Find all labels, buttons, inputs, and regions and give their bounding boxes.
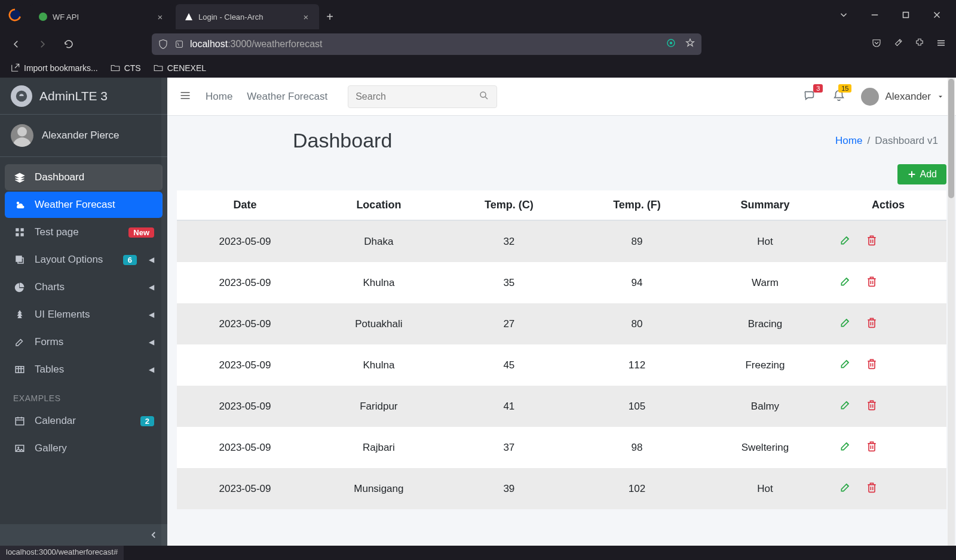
table-cell: 32 (445, 220, 574, 262)
delete-icon[interactable] (866, 316, 878, 331)
delete-icon[interactable] (866, 234, 878, 249)
tab-login-cleanarch[interactable]: Login - Clean-Arch × (176, 4, 319, 29)
notifications-icon[interactable]: 15 (832, 89, 845, 104)
edit-icon[interactable] (839, 316, 851, 331)
shield-icon[interactable] (158, 39, 168, 50)
firefox-icon[interactable] (0, 8, 30, 21)
search-box[interactable] (348, 85, 497, 108)
sidebar-item-tables[interactable]: Tables ◀ (5, 356, 163, 383)
delete-icon[interactable] (866, 275, 878, 290)
pocket-icon[interactable] (871, 38, 882, 51)
delete-icon[interactable] (866, 399, 878, 414)
th-actions: Actios (830, 190, 946, 220)
delete-icon[interactable] (866, 358, 878, 373)
sidebar-user-panel[interactable]: Alexander Pierce (0, 115, 167, 157)
svg-point-14 (17, 127, 27, 137)
maximize-button[interactable] (897, 7, 914, 23)
status-link-text: localhost:3000/weatherforecast# (6, 547, 118, 556)
sidebar-item-dashboard[interactable]: Dashboard (5, 164, 163, 190)
bookmark-label: CTS (124, 63, 141, 73)
sidebar-item-weather-forecast[interactable]: Weather Forecast (5, 192, 163, 218)
bookmark-star-icon[interactable] (685, 38, 695, 51)
table-cell: 2023-05-09 (177, 220, 313, 262)
sidebar-item-test-page[interactable]: Test page New (5, 219, 163, 245)
back-button[interactable] (7, 35, 25, 53)
breadcrumb-home[interactable]: Home (835, 135, 862, 147)
content-header: Dashboard Home / Dashboard v1 (167, 116, 956, 162)
search-input[interactable] (356, 91, 479, 102)
sidebar-item-label: Test page (35, 226, 79, 238)
bookmark-folder-cts[interactable]: CTS (110, 63, 141, 73)
sidebar-item-gallery[interactable]: Gallery (5, 435, 163, 461)
import-bookmarks-button[interactable]: Import bookmarks... (10, 63, 98, 73)
edit-icon[interactable] (839, 234, 851, 249)
table-header-row: Date Location Temp. (C) Temp. (F) Summar… (177, 190, 946, 220)
sidebar-item-calendar[interactable]: Calendar 2 (5, 408, 163, 434)
edit-icon[interactable] (839, 440, 851, 455)
favicon-icon (184, 12, 194, 21)
search-icon[interactable] (479, 90, 489, 103)
user-dropdown[interactable]: Alexander (861, 88, 944, 106)
app-menu-icon[interactable] (936, 38, 946, 51)
extensions-icon[interactable] (914, 38, 925, 51)
table-cell: Hot (700, 468, 830, 509)
sidebar-item-forms[interactable]: Forms ◀ (5, 329, 163, 355)
edit-icon[interactable] (839, 358, 851, 373)
close-window-button[interactable] (929, 7, 945, 23)
site-identity-icon[interactable] (174, 39, 184, 49)
chevron-left-icon: ◀ (149, 365, 154, 374)
edit-icon[interactable] (839, 399, 851, 414)
add-button[interactable]: Add (897, 164, 946, 184)
delete-icon[interactable] (866, 440, 878, 455)
favicon-icon (38, 12, 48, 21)
bookmark-folder-cenexel[interactable]: CENEXEL (153, 63, 206, 73)
brand[interactable]: AdminLTE 3 (0, 78, 167, 115)
url-bar[interactable]: localhost:3000/weatherforecast (152, 33, 701, 55)
cloud-sun-icon (13, 199, 26, 210)
table-cell: 37 (445, 427, 574, 468)
sidebar-item-ui-elements[interactable]: UI Elements ◀ (5, 301, 163, 328)
main-scrollbar-thumb[interactable] (948, 79, 954, 198)
forward-button[interactable] (33, 35, 51, 53)
image-icon (13, 443, 26, 454)
navlink-weather-forecast[interactable]: Weather Forecast (247, 91, 327, 103)
edit-icon[interactable] (839, 481, 851, 496)
reload-button[interactable] (60, 35, 78, 53)
close-icon[interactable]: × (301, 12, 311, 21)
tab-label: WF API (53, 13, 151, 21)
sidebar-item-charts[interactable]: Charts ◀ (5, 274, 163, 300)
layers-icon (13, 172, 26, 183)
browser-chrome: WF API × Login - Clean-Arch × + localhos… (0, 0, 956, 78)
messages-icon[interactable]: 3 (802, 89, 817, 104)
app-viewport: AdminLTE 3 Alexander Pierce Dashboard We… (0, 78, 956, 546)
sidebar: AdminLTE 3 Alexander Pierce Dashboard We… (0, 78, 167, 546)
main-scrollbar[interactable] (948, 78, 955, 546)
edit-icon[interactable] (839, 275, 851, 290)
close-icon[interactable]: × (155, 12, 165, 21)
svg-point-31 (17, 447, 19, 448)
hamburger-icon[interactable] (179, 90, 191, 104)
table-cell: 112 (574, 344, 700, 386)
navlink-home[interactable]: Home (206, 91, 232, 103)
table-cell-actions (830, 303, 946, 344)
extension-icon[interactable] (666, 38, 676, 51)
tab-wf-api[interactable]: WF API × (30, 4, 173, 29)
table-cell: 98 (574, 427, 700, 468)
svg-rect-17 (21, 228, 24, 231)
th-temp-f: Temp. (F) (574, 190, 700, 220)
table-cell: Dhaka (313, 220, 445, 262)
svg-rect-18 (16, 233, 19, 236)
new-tab-button[interactable]: + (319, 4, 341, 29)
chevron-left-icon: ◀ (149, 338, 154, 346)
tab-strip: WF API × Login - Clean-Arch × + (30, 4, 341, 29)
devtools-icon[interactable] (893, 38, 903, 51)
sidebar-item-layout-options[interactable]: Layout Options 6 ◀ (5, 247, 163, 273)
table-row: 2023-05-09Munsigang39102Hot (177, 468, 946, 509)
sidebar-collapse-button[interactable] (0, 524, 167, 546)
breadcrumb-sep: / (867, 135, 870, 147)
table-cell: Sweltering (700, 427, 830, 468)
tabs-dropdown-icon[interactable] (835, 7, 852, 23)
delete-icon[interactable] (866, 481, 878, 496)
minimize-button[interactable] (866, 7, 883, 23)
th-temp-c: Temp. (C) (445, 190, 574, 220)
